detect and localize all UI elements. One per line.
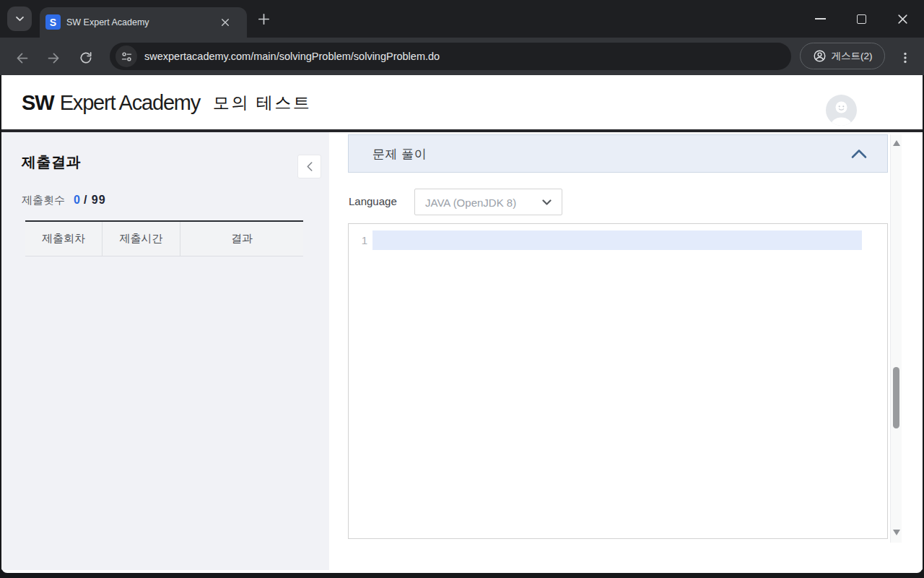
- profile-button[interactable]: 게스트(2): [800, 43, 885, 69]
- back-button[interactable]: [12, 48, 32, 68]
- logo-sw: SW: [22, 90, 54, 114]
- table-header-time: 제출시간: [103, 222, 180, 256]
- kebab-menu-icon: [899, 51, 912, 64]
- language-value: JAVA (OpenJDK 8): [425, 196, 516, 208]
- table-header-result: 결과: [180, 222, 303, 256]
- plus-icon: [257, 12, 271, 26]
- minimize-icon: [815, 18, 826, 20]
- sidebar-submission-results: 제출결과 제출횟수 0 / 99 제출회차 제출시간 결과: [1, 132, 329, 570]
- line-number: 1: [349, 230, 367, 250]
- sidebar-collapse-button[interactable]: [297, 155, 321, 178]
- tab-close-icon[interactable]: [219, 16, 232, 29]
- site-logo[interactable]: SW Expert Academy: [22, 90, 200, 114]
- scrollbar-thumb[interactable]: [893, 367, 899, 428]
- language-dropdown[interactable]: JAVA (OpenJDK 8): [414, 189, 562, 215]
- triangle-down-icon: [893, 530, 900, 535]
- main-area: 문제 풀이 Language JAVA (OpenJDK 8) 1: [329, 132, 923, 570]
- submission-count: 제출횟수 0 / 99: [22, 194, 106, 207]
- url-text: swexpertacademy.com/main/solvingProblem/…: [144, 51, 440, 62]
- address-bar[interactable]: swexpertacademy.com/main/solvingProblem/…: [110, 43, 791, 70]
- results-table: 제출회차 제출시간 결과: [25, 220, 303, 256]
- tab-title: SW Expert Academy: [66, 17, 149, 27]
- active-line-highlight: [372, 230, 862, 250]
- sidebar-title: 제출결과: [22, 152, 81, 172]
- close-icon: [897, 14, 908, 25]
- submission-count-value: 0: [74, 194, 80, 207]
- page-title: 모의 테스트: [213, 91, 311, 113]
- chevron-up-icon[interactable]: [851, 149, 867, 158]
- window-maximize-button[interactable]: [845, 6, 878, 32]
- web-page: SW Expert Academy 모의 테스트: [1, 75, 923, 573]
- browser-tab[interactable]: S SW Expert Academy: [40, 7, 247, 38]
- triangle-up-icon: [893, 140, 900, 146]
- site-info-icon[interactable]: [116, 46, 137, 67]
- window-close-button[interactable]: [886, 6, 919, 32]
- browser-window: S SW Expert Academy swexper: [0, 0, 924, 578]
- language-label: Language: [349, 195, 397, 207]
- scroll-up-button[interactable]: [891, 137, 902, 149]
- content-area: 제출결과 제출횟수 0 / 99 제출회차 제출시간 결과 문제 풀: [1, 132, 923, 570]
- favicon-letter: S: [50, 17, 56, 28]
- window-minimize-button[interactable]: [803, 6, 837, 32]
- site-favicon-icon: S: [45, 14, 61, 30]
- maximize-icon: [857, 14, 866, 24]
- guest-person-icon: [813, 49, 827, 63]
- arrow-right-icon: [46, 51, 61, 66]
- problem-solving-panel-header[interactable]: 문제 풀이: [348, 134, 888, 173]
- avatar[interactable]: [826, 95, 857, 126]
- site-header: SW Expert Academy 모의 테스트: [1, 75, 923, 132]
- new-tab-button[interactable]: [254, 9, 273, 28]
- reload-icon: [79, 51, 93, 65]
- panel-title: 문제 풀이: [372, 145, 427, 162]
- tab-strip: S SW Expert Academy: [0, 0, 924, 38]
- table-header-round: 제출회차: [25, 222, 103, 256]
- forward-button[interactable]: [43, 48, 64, 68]
- tab-search-button[interactable]: [7, 7, 32, 31]
- scrollbar: [890, 134, 902, 543]
- submission-count-total: / 99: [84, 194, 106, 207]
- scroll-down-button[interactable]: [891, 527, 902, 538]
- code-editor[interactable]: 1: [348, 223, 888, 539]
- submission-count-label: 제출횟수: [22, 194, 65, 207]
- arrow-left-icon: [14, 51, 30, 66]
- chevron-down-icon: [542, 199, 552, 205]
- browser-menu-button[interactable]: [895, 48, 915, 68]
- logo-expert-academy: Expert Academy: [60, 90, 200, 114]
- reload-button[interactable]: [76, 48, 96, 68]
- chevron-left-icon: [306, 161, 313, 172]
- browser-toolbar: swexpertacademy.com/main/solvingProblem/…: [0, 38, 924, 75]
- profile-label: 게스트(2): [832, 50, 873, 63]
- chevron-down-icon: [15, 16, 25, 22]
